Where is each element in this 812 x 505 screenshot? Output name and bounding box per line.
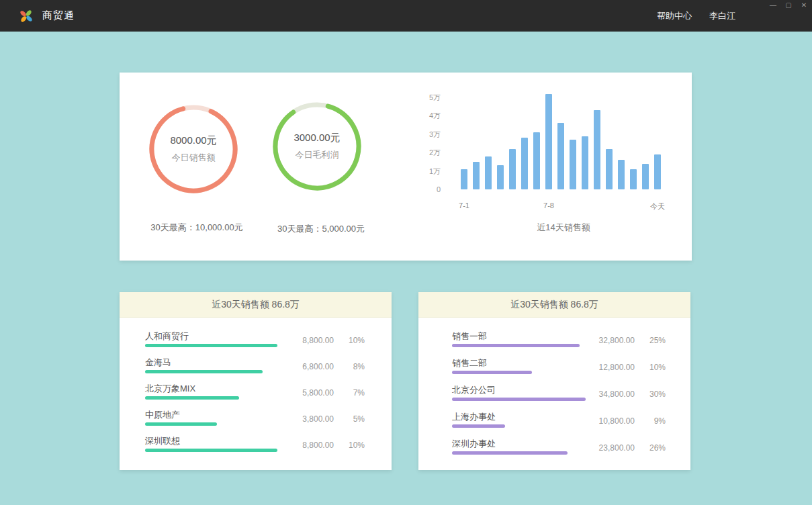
row-value: 10,800.00 bbox=[582, 416, 635, 426]
bar-chart-xlabels: 7-17-8今天 bbox=[461, 201, 666, 212]
customer-card-title: 近30天销售额 86.8万 bbox=[120, 292, 392, 318]
row-name: 人和商贸行 bbox=[145, 330, 189, 342]
bar-chart-caption: 近14天销售额 bbox=[461, 222, 666, 234]
window-controls: — ▢ ✕ bbox=[769, 1, 808, 9]
bar bbox=[557, 123, 564, 189]
today-sales-label: 今日销售额 bbox=[146, 152, 240, 164]
row-percent: 9% bbox=[643, 416, 666, 426]
today-profit-ring: 3000.00元 今日毛利润 bbox=[270, 99, 364, 193]
row-value: 8,800.00 bbox=[281, 441, 334, 450]
bar bbox=[594, 110, 600, 189]
row-progress-bar bbox=[145, 396, 239, 400]
row-value: 5,800.00 bbox=[281, 388, 334, 398]
row-name: 销售二部 bbox=[452, 357, 487, 369]
row-progress-bar bbox=[145, 344, 277, 347]
row-name: 北京万象MIX bbox=[145, 383, 195, 395]
row-progress-bar bbox=[145, 422, 217, 426]
x-tick-label: 7-8 bbox=[543, 201, 554, 210]
help-center-link[interactable]: 帮助中心 bbox=[657, 10, 692, 22]
row-progress-bar bbox=[452, 371, 532, 374]
row-name: 销售一部 bbox=[452, 330, 487, 342]
y-tick-label: 5万 bbox=[400, 93, 441, 102]
list-item: 人和商贸行8,800.0010% bbox=[145, 330, 365, 356]
list-item: 北京万象MIX5,800.007% bbox=[145, 382, 365, 408]
row-value: 32,800.00 bbox=[582, 336, 635, 345]
list-item: 深圳联想8,800.0010% bbox=[145, 434, 365, 461]
today-profit-label: 今日毛利润 bbox=[270, 149, 364, 161]
y-tick-label: 1万 bbox=[400, 167, 441, 176]
dept-rank-list: 销售一部32,800.0025%销售二部12,800.0010%北京分公司34,… bbox=[418, 318, 690, 464]
bar bbox=[606, 149, 613, 189]
bar bbox=[618, 160, 625, 189]
bar bbox=[473, 162, 480, 189]
customer-rank-list: 人和商贸行8,800.0010%金海马6,800.008%北京万象MIX5,80… bbox=[120, 318, 392, 461]
row-value: 8,800.00 bbox=[281, 336, 334, 345]
bar bbox=[485, 156, 492, 189]
row-value: 12,800.00 bbox=[582, 363, 635, 372]
overview-card: 8000.00元 今日销售额 30天最高：10,000.00元 3000.00元… bbox=[120, 73, 692, 261]
close-icon[interactable]: ✕ bbox=[800, 1, 808, 9]
bar bbox=[570, 140, 576, 189]
row-value: 34,800.00 bbox=[582, 389, 635, 399]
row-value: 23,800.00 bbox=[582, 443, 635, 453]
y-tick-label: 2万 bbox=[400, 148, 441, 157]
today-sales-value: 8000.00元 bbox=[146, 134, 240, 147]
bar bbox=[545, 94, 552, 189]
row-progress-bar bbox=[145, 370, 263, 373]
y-tick-label: 3万 bbox=[400, 130, 441, 139]
row-value: 3,800.00 bbox=[281, 414, 334, 424]
user-name-link[interactable]: 李白江 bbox=[709, 10, 735, 22]
today-profit-value: 3000.00元 bbox=[270, 132, 364, 144]
row-percent: 7% bbox=[342, 388, 365, 398]
list-item: 销售二部12,800.0010% bbox=[452, 357, 666, 383]
department-card-title: 近30天销售额 86.8万 bbox=[418, 292, 690, 318]
list-item: 北京分公司34,800.0030% bbox=[452, 383, 666, 410]
row-percent: 10% bbox=[342, 336, 365, 345]
bar bbox=[654, 154, 661, 189]
x-tick-label: 7-1 bbox=[459, 201, 469, 210]
row-progress-bar bbox=[452, 398, 586, 401]
app-title: 商贸通 bbox=[42, 9, 75, 22]
row-percent: 30% bbox=[643, 389, 666, 399]
y-tick-label: 0 bbox=[400, 185, 441, 194]
row-name: 金海马 bbox=[145, 357, 171, 369]
app-logo-icon bbox=[19, 9, 34, 24]
row-name: 深圳联想 bbox=[145, 435, 180, 447]
row-value: 6,800.00 bbox=[281, 362, 334, 371]
row-progress-bar bbox=[452, 424, 505, 428]
bar-chart-ylabels: 01万2万3万4万5万 bbox=[400, 89, 441, 189]
y-tick-label: 4万 bbox=[400, 111, 441, 120]
list-item: 上海办事处10,800.009% bbox=[452, 410, 666, 437]
row-percent: 8% bbox=[342, 362, 365, 371]
list-item: 深圳办事处23,800.0026% bbox=[452, 437, 666, 464]
row-percent: 26% bbox=[643, 443, 666, 453]
bar bbox=[642, 164, 649, 189]
x-tick-label: 今天 bbox=[650, 201, 665, 212]
today-sales-ring: 8000.00元 今日销售额 bbox=[146, 102, 240, 196]
bar bbox=[497, 165, 504, 189]
row-progress-bar bbox=[452, 344, 580, 347]
list-item: 销售一部32,800.0025% bbox=[452, 330, 666, 357]
bar bbox=[461, 169, 467, 189]
customer-ranking-card: 近30天销售额 86.8万 人和商贸行8,800.0010%金海马6,800.0… bbox=[120, 292, 392, 470]
row-percent: 5% bbox=[342, 414, 365, 424]
row-percent: 10% bbox=[342, 441, 365, 450]
minimize-icon[interactable]: — bbox=[769, 1, 777, 9]
row-progress-bar bbox=[145, 449, 277, 452]
row-name: 中原地产 bbox=[145, 409, 180, 421]
titlebar: 商贸通 帮助中心 李白江 — ▢ ✕ bbox=[0, 0, 812, 32]
row-percent: 25% bbox=[643, 336, 666, 345]
row-name: 上海办事处 bbox=[452, 411, 496, 423]
row-name: 深圳办事处 bbox=[452, 438, 496, 450]
bar bbox=[630, 169, 637, 189]
bar-chart-bars bbox=[461, 89, 666, 189]
bar bbox=[509, 149, 516, 189]
today-profit-max: 30天最高：5,000.00元 bbox=[244, 223, 398, 235]
bar bbox=[582, 136, 588, 189]
bar bbox=[521, 138, 528, 189]
row-name: 北京分公司 bbox=[452, 384, 496, 396]
row-percent: 10% bbox=[643, 363, 666, 372]
maximize-icon[interactable]: ▢ bbox=[784, 1, 793, 9]
bar bbox=[533, 132, 540, 189]
list-item: 金海马6,800.008% bbox=[145, 356, 365, 382]
